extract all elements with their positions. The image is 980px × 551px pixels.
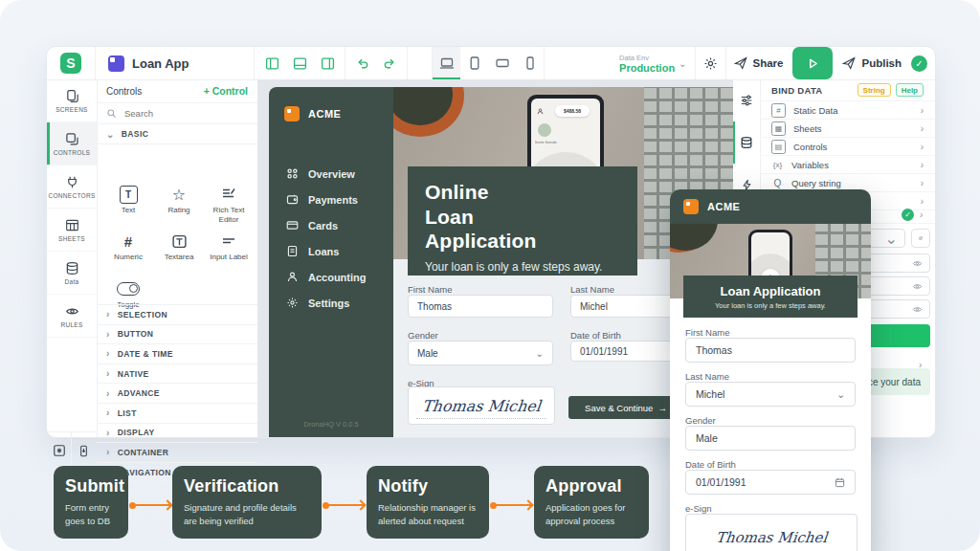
panel-right-icon[interactable] [321, 56, 335, 71]
dronahq-logo[interactable]: S [47, 53, 95, 74]
panel-icon: ▤ [771, 140, 786, 154]
bind-static-data[interactable]: #Static Data› [760, 100, 935, 120]
edit-icon[interactable] [911, 229, 930, 248]
hero-title: Online Loan Application [425, 180, 637, 253]
first-name-label: First Name [685, 327, 729, 338]
eye-icon[interactable] [912, 281, 923, 292]
properties-sliders-icon[interactable] [733, 79, 760, 121]
section-date-time[interactable]: ›DATE & TIME [97, 344, 257, 364]
acme-brand: ACME [284, 106, 341, 121]
section-advance[interactable]: ›ADVANCE [97, 384, 257, 404]
dob-label: Date of Birth [685, 459, 736, 470]
acme-sidebar: ACME Overview Payments Cards Loans [269, 87, 393, 437]
dob-label: Date of Birth [570, 330, 621, 341]
left-rail: SCREENS CONTROLS CONNECTORS SHEETS Data … [47, 79, 98, 437]
bind-data-title: BIND DATA [771, 85, 823, 96]
publish-button[interactable]: Publish [842, 56, 902, 70]
first-name-input[interactable]: Thomas [408, 295, 553, 318]
redo-icon[interactable] [383, 56, 397, 71]
history-group [345, 56, 407, 71]
controls-group-basic[interactable]: ⌄ BASIC [97, 124, 257, 144]
toggle-icon [117, 282, 140, 296]
controls-search [97, 103, 257, 124]
controls-panel: Controls + Control ⌄ BASIC T Text ☆ Rati… [97, 79, 258, 437]
rail-item-controls[interactable]: CONTROLS [47, 122, 97, 165]
control-text[interactable]: T Text [103, 183, 153, 215]
query-icon: Q [771, 178, 784, 188]
table-icon: ▦ [771, 121, 786, 136]
undo-icon[interactable] [355, 56, 369, 71]
gender-input[interactable]: Male [685, 426, 856, 451]
last-name-select[interactable]: Michel⌄ [685, 382, 856, 407]
flow-step-approval: Approval Application goes for approval p… [534, 466, 649, 539]
device-tablet-icon[interactable] [460, 47, 488, 79]
type-badge: String [858, 83, 891, 97]
last-name-label: Last Name [685, 371, 729, 382]
signature-text: Thomas Michel [421, 397, 542, 415]
esign-box[interactable]: Thomas Michel [408, 386, 555, 425]
esign-box[interactable]: Thomas Michel [685, 514, 858, 551]
dob-input[interactable]: 01/01/1991 [685, 470, 856, 495]
panel-left-icon[interactable] [265, 56, 279, 71]
device-desktop-icon[interactable] [433, 47, 460, 79]
first-name-input[interactable]: Thomas [685, 338, 856, 363]
keyboard-shortcuts-icon[interactable] [47, 432, 72, 469]
search-icon [106, 108, 117, 119]
device-landscape-icon[interactable] [488, 47, 516, 79]
rail-item-connectors[interactable]: CONNECTORS [47, 165, 97, 209]
bind-data-tab-icon[interactable] [733, 121, 760, 164]
rail-item-data[interactable]: Data [47, 252, 97, 295]
section-display[interactable]: ›DISPLAY [97, 424, 257, 444]
control-rich-text-editor[interactable]: Rich Text Editor [204, 183, 254, 225]
calendar-icon[interactable] [835, 477, 845, 488]
gender-label: Gender [408, 330, 438, 341]
control-input-label[interactable]: Input Label [204, 230, 254, 262]
flow-step-verification: Verification Signature and profile detai… [172, 466, 322, 539]
control-rating[interactable]: ☆ Rating [154, 183, 204, 215]
section-selection[interactable]: ›SELECTION [97, 304, 257, 325]
settings-gear-icon[interactable] [703, 56, 718, 71]
top-toolbar: S Loan App [47, 47, 935, 80]
app-download-icon[interactable] [72, 432, 96, 469]
bind-controls[interactable]: ▤Controls› [760, 138, 935, 156]
preview-play-button[interactable] [792, 47, 833, 79]
gender-select[interactable]: Male⌄ [408, 341, 553, 365]
control-textarea[interactable]: Textarea [154, 230, 204, 262]
eye-icon[interactable] [912, 258, 923, 269]
app-version: DronaHQ V 0.0.5 [269, 420, 393, 429]
data-env-select[interactable]: Data Env Production [619, 54, 675, 74]
phone-user-icon [537, 108, 544, 115]
rail-item-screens[interactable]: SCREENS [47, 79, 97, 122]
save-continue-button[interactable]: Save & Continue→ [568, 396, 683, 419]
bind-sheets[interactable]: ▦Sheets› [760, 120, 935, 138]
nav-loans[interactable]: Loans [286, 245, 339, 257]
add-control-button[interactable]: + Control [204, 85, 248, 97]
flow-arrow-icon [493, 504, 533, 506]
section-container[interactable]: ›CONTAINER [97, 443, 257, 463]
arrow-right-icon: → [657, 403, 667, 413]
flow-arrow-icon [132, 504, 172, 506]
nav-accounting[interactable]: Accounting [286, 271, 367, 283]
nav-overview[interactable]: Overview [286, 167, 355, 180]
panel-bottom-icon[interactable] [293, 56, 307, 71]
device-phone-icon[interactable] [516, 47, 544, 79]
bind-variables[interactable]: {x}Variables› [760, 156, 935, 174]
nav-settings[interactable]: Settings [286, 297, 349, 309]
share-button[interactable]: Share [734, 56, 784, 70]
rail-bottom [47, 431, 97, 469]
rail-item-rules[interactable]: RULES [47, 295, 97, 338]
chevron-down-icon[interactable]: ⌄ [679, 58, 686, 69]
section-list[interactable]: ›LIST [97, 404, 257, 424]
stage: S Loan App [0, 0, 980, 551]
control-numeric[interactable]: # Numeric [103, 230, 153, 262]
nav-payments[interactable]: Payments [286, 193, 358, 206]
layout-toggle-group [255, 56, 345, 71]
eye-icon[interactable] [912, 304, 923, 315]
help-badge[interactable]: Help [896, 83, 924, 97]
section-native[interactable]: ›NATIVE [97, 364, 257, 385]
nav-cards[interactable]: Cards [286, 219, 338, 231]
saved-check-icon: ✓ [911, 55, 927, 72]
rail-item-sheets[interactable]: SHEETS [47, 209, 97, 252]
controls-search-input[interactable] [122, 107, 232, 120]
section-button[interactable]: ›BUTTON [97, 325, 257, 345]
